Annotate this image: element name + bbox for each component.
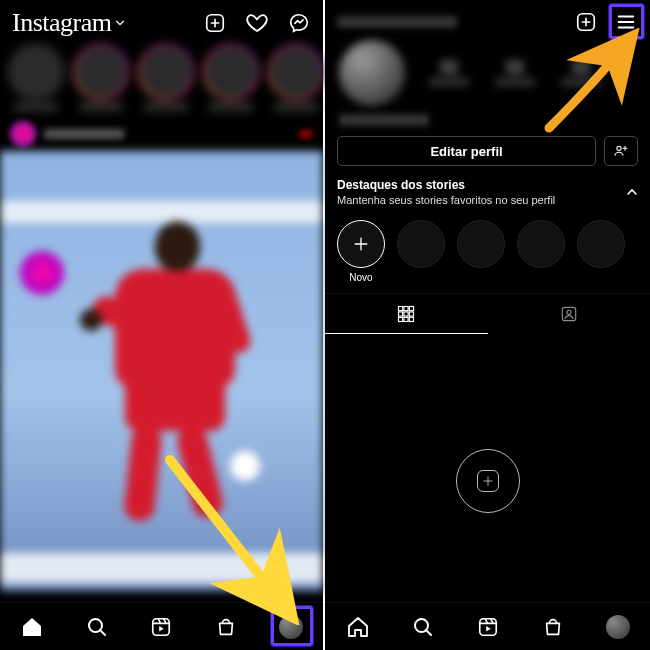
svg-rect-2: [153, 618, 170, 635]
profile-screen: Editar perfil Destaques dos stories Mant…: [325, 0, 650, 650]
profile-avatar[interactable]: [339, 40, 405, 106]
feed-post-image[interactable]: [0, 151, 323, 591]
highlight-placeholder: [457, 220, 505, 283]
nav-shop-icon[interactable]: [538, 612, 568, 642]
chevron-up-icon[interactable]: [626, 186, 638, 198]
svg-point-4: [617, 146, 621, 150]
create-first-post-button[interactable]: [456, 449, 520, 513]
create-post-icon[interactable]: [574, 10, 598, 34]
svg-rect-11: [399, 317, 403, 321]
stat-following[interactable]: [561, 60, 601, 86]
nav-search-icon[interactable]: [408, 612, 438, 642]
create-post-icon[interactable]: [203, 11, 227, 35]
post-author-name: [44, 129, 124, 139]
tab-tagged-icon[interactable]: [488, 294, 651, 334]
feed-screen: Instagram: [0, 0, 325, 650]
profile-tabs: [325, 293, 650, 334]
svg-rect-13: [410, 317, 414, 321]
nav-shop-icon[interactable]: [211, 612, 241, 642]
profile-header: [325, 0, 650, 40]
svg-point-15: [567, 310, 571, 314]
svg-rect-17: [479, 618, 496, 635]
annotation-highlight-menu: [609, 4, 644, 39]
highlights-subtitle: Mantenha seus stories favoritos no seu p…: [337, 194, 555, 206]
profile-display-name: [339, 114, 429, 126]
nav-reels-icon[interactable]: [473, 612, 503, 642]
highlight-placeholder: [577, 220, 625, 283]
stat-posts[interactable]: [429, 60, 469, 86]
highlight-placeholder: [517, 220, 565, 283]
nav-search-icon[interactable]: [82, 612, 112, 642]
svg-rect-5: [399, 307, 403, 311]
instagram-logo: Instagram: [12, 8, 111, 38]
chevron-down-icon: [115, 18, 125, 28]
nav-profile-avatar[interactable]: [603, 612, 633, 642]
logo-dropdown[interactable]: Instagram: [12, 8, 125, 38]
highlights-section: Destaques dos stories Mantenha seus stor…: [325, 178, 650, 212]
post-author-avatar: [10, 121, 36, 147]
svg-rect-8: [399, 312, 403, 316]
svg-rect-9: [404, 312, 408, 316]
stat-followers[interactable]: [495, 60, 535, 86]
svg-rect-6: [404, 307, 408, 311]
post-header[interactable]: [0, 117, 323, 151]
svg-rect-12: [404, 317, 408, 321]
highlights-title: Destaques dos stories: [337, 178, 555, 192]
empty-grid-area: [325, 360, 650, 602]
highlights-strip: Novo: [325, 212, 650, 287]
nav-home-icon[interactable]: [17, 612, 47, 642]
annotation-highlight-profile: [271, 606, 313, 646]
bottom-nav: [325, 602, 650, 650]
post-more-icon: [299, 131, 313, 137]
svg-rect-10: [410, 312, 414, 316]
feed-header: Instagram: [0, 0, 323, 42]
highlight-add[interactable]: Novo: [337, 220, 385, 283]
profile-stats-row: [325, 40, 650, 114]
nav-reels-icon[interactable]: [146, 612, 176, 642]
edit-profile-button[interactable]: Editar perfil: [337, 136, 596, 166]
nav-home-icon[interactable]: [343, 612, 373, 642]
discover-people-button[interactable]: [604, 136, 638, 166]
profile-username[interactable]: [337, 16, 457, 28]
highlight-placeholder: [397, 220, 445, 283]
messenger-icon[interactable]: [287, 11, 311, 35]
stories-strip[interactable]: [0, 42, 323, 117]
svg-rect-7: [410, 307, 414, 311]
highlight-add-label: Novo: [349, 272, 372, 283]
activity-heart-icon[interactable]: [245, 11, 269, 35]
tab-grid-icon[interactable]: [325, 294, 488, 334]
